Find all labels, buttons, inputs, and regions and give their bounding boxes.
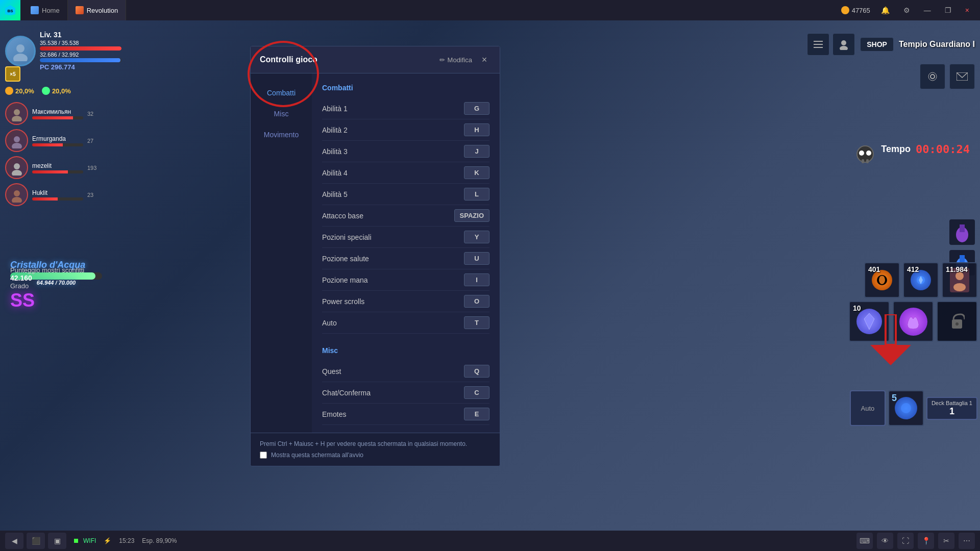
tab-home[interactable]: Home [23,0,68,20]
taskbar-nav-buttons: ◀ ⬛ ▣ [5,533,66,549]
svg-point-4 [14,109,20,115]
location-btn[interactable]: 📍 [918,533,934,549]
deck-slot-1[interactable]: 5 [888,390,924,426]
enemy-item-3: mezelit 193 [5,156,96,179]
svg-point-10 [14,190,20,196]
dialog-title: Controlli gioco [260,55,317,64]
nav-recent-button[interactable]: ▣ [48,533,66,549]
eye-btn[interactable]: 👁 [877,533,893,549]
svg-rect-27 [960,224,965,232]
character-btn[interactable] [832,33,855,56]
svg-point-7 [12,143,22,148]
taskbar-status: WIFI ⚡ 15:23 Esp. 89,90% [83,537,177,544]
item-slot-blue[interactable]: 412 [903,262,939,298]
svg-point-18 [928,72,937,81]
svg-point-8 [14,163,20,169]
scissors-btn[interactable]: ✂ [938,533,954,549]
potion-slot-1 [949,219,975,245]
time-label: 15:23 [119,537,134,544]
sidebar-tab-misc[interactable]: Misc [255,105,308,123]
shop-button[interactable]: SHOP [860,37,894,52]
player-stats: Liv. 31 35.538 / 35.538 32.686 / 32.992 … [40,31,121,71]
menu-btn[interactable] [807,33,829,56]
keybind-attacco-base: Attacco base SPAZIO [322,205,489,227]
timer-value: 00:00:24 [916,143,970,156]
skill-slot-locked[interactable] [937,301,977,342]
deck-label-area[interactable]: Deck Battaglia 1 1 [926,397,977,420]
auto-button[interactable]: Auto [850,390,886,426]
dialog-overlay: Controlli gioco ✏ Modifica × Combatti Mi… [250,26,500,408]
mp-container: 32.686 / 32.992 [40,52,121,62]
player-avatar [5,36,36,66]
svg-point-35 [953,283,966,291]
keybind-pozioni-speciali: Pozioni speciali Y [322,227,489,248]
sidebar-tab-combatti[interactable]: Combatti [255,84,308,102]
enemy-info-4: Huklit [32,189,83,201]
mp-label: 32.686 / 32.992 [40,52,121,58]
svg-text:BS: BS [7,9,13,13]
mail-btn[interactable] [949,64,975,89]
skill-icon-purple [899,308,927,336]
svg-point-21 [859,151,864,156]
keybind-chat: Chat/Conferma C [322,382,489,404]
wifi-label: WIFI [83,537,96,544]
coins-display: 47765 [841,6,870,14]
titlebar-tabs: Home Revolution [23,0,126,20]
item-slot-orange[interactable]: 401 [864,262,900,298]
svg-point-22 [866,151,871,156]
enemy-avatar-3 [5,156,28,179]
grade-label: Grado [10,282,84,290]
score-label: Punteggio mostri sconfitti [10,266,84,274]
edit-button[interactable]: ✏ Modifica [439,56,472,64]
fullscreen-btn[interactable]: ⛶ [897,533,914,549]
enemy-level-3: 193 [87,165,96,171]
enemy-info-3: mezelit [32,162,83,173]
keybind-abilita2: Abilità 2 H [322,119,489,141]
player-info: Liv. 31 35.538 / 35.538 32.686 / 32.992 … [5,31,121,71]
skill-slot-purple[interactable] [893,301,934,342]
startup-checkbox-label: Mostra questa schermata all'avvio [271,452,363,459]
svg-point-17 [930,74,935,79]
svg-rect-14 [814,47,823,48]
enemy-level-4: 23 [87,192,93,198]
keybind-abilita4: Abilità 4 K [322,162,489,184]
close-btn[interactable]: × [962,5,972,15]
tab-revolution[interactable]: Revolution [68,0,126,20]
enemy-hp-bar-3 [32,170,83,173]
buff-x5-icon: ×5 [5,66,20,82]
gold-icon [5,87,13,95]
keybind-emotes: Emotes E [322,404,489,425]
dialog-header-right: ✏ Modifica × [439,54,491,66]
item-slot-crystal[interactable]: 10 [849,301,890,342]
nav-back-button[interactable]: ◀ [5,533,23,549]
titlebar-right: 47765 🔔 ⚙ — ❐ × [841,5,980,15]
nav-home-button[interactable]: ⬛ [27,533,45,549]
resource-row: 20,0% 20,0% [5,87,71,95]
settings2-btn[interactable] [920,64,945,89]
settings-btn[interactable]: ⚙ [900,5,913,15]
enemy-avatar-4 [5,183,28,206]
restore-btn[interactable]: ❐ [942,5,954,15]
gold-resource: 20,0% [5,87,34,95]
svg-point-38 [955,322,959,325]
grade-value: SS [10,290,84,311]
keyboard-btn[interactable]: ⌨ [856,533,873,549]
wifi-icon: WIFI [83,537,96,544]
notification-btn[interactable]: 🔔 [878,5,893,15]
startup-checkbox[interactable] [260,452,267,459]
game-hud-right: SHOP Tempio Guardiano I Tempo 00:00:24 [755,26,980,429]
section-misc-label: Misc [322,344,489,355]
sidebar-tab-movimento[interactable]: Movimento [255,126,308,144]
more-btn[interactable]: ⋯ [959,533,975,549]
close-dialog-button[interactable]: × [478,54,491,66]
minimize-btn[interactable]: — [921,5,934,15]
svg-rect-12 [814,41,823,42]
enemy-item-4: Huklit 23 [5,183,96,206]
timer-label: Tempo [881,144,911,155]
item-slot-red[interactable]: 11.984 [942,262,977,298]
score-value: 42.160 [10,274,84,282]
score-area: Punteggio mostri sconfitti 42.160 Grado … [10,266,84,311]
dialog-header: Controlli gioco ✏ Modifica × [251,46,500,73]
svg-point-15 [841,40,846,45]
keybind-abilita3: Abilità 3 J [322,141,489,162]
